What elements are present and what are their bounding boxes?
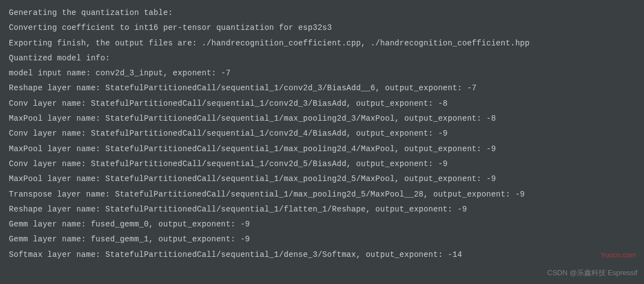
terminal-line: MaxPool layer name: StatefulPartitionedC… [9,111,635,126]
terminal-line: Exporting finish, the output files are: … [9,36,635,51]
terminal-line: Gemm layer name: fused_gemm_1, output_ex… [9,232,635,247]
terminal-line: Reshape layer name: StatefulPartitionedC… [9,202,635,217]
terminal-line: MaxPool layer name: StatefulPartitionedC… [9,172,635,187]
watermark-csdn: CSDN @乐鑫科技 Espressif [547,266,637,280]
terminal-line: Conv layer name: StatefulPartitionedCall… [9,96,635,111]
terminal-line: Quantized model info: [9,51,635,66]
terminal-line: MaxPool layer name: StatefulPartitionedC… [9,142,635,157]
terminal-line: Reshape layer name: StatefulPartitionedC… [9,81,635,96]
terminal-output: Generating the quantization table: Conve… [9,6,635,262]
terminal-line: Transpose layer name: StatefulPartitione… [9,187,635,202]
terminal-line: Generating the quantization table: [9,6,635,20]
terminal-line: Conv layer name: StatefulPartitionedCall… [9,126,635,141]
terminal-line: Conv layer name: StatefulPartitionedCall… [9,157,635,172]
terminal-line: Gemm layer name: fused_gemm_0, output_ex… [9,217,635,232]
terminal-line: Softmax layer name: StatefulPartitionedC… [9,247,635,262]
terminal-line: Converting coefficient to int16 per-tens… [9,20,635,35]
terminal-line: model input name: conv2d_3_input, expone… [9,66,635,81]
